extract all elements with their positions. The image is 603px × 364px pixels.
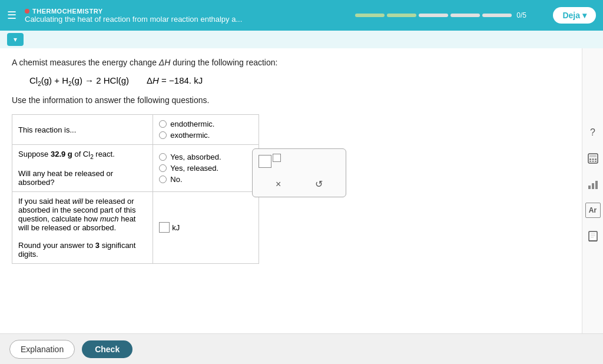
periodic-table-icon[interactable]: Ar — [585, 203, 601, 218]
header-subtitle: Calculating the heat of reaction from mo… — [25, 15, 242, 24]
intro-text: A chemist measures the energy change ΔH … — [12, 58, 591, 67]
chart-icon[interactable] — [585, 177, 601, 192]
radio-no[interactable] — [159, 176, 167, 183]
option-endothermic[interactable]: endothermic. — [159, 120, 253, 128]
bottom-bar: Explanation Check — [0, 333, 603, 364]
progress-seg-5 — [482, 14, 512, 17]
progress-seg-3 — [419, 14, 448, 17]
question-table: This reaction is... endothermic. exother… — [12, 114, 259, 264]
deja-button[interactable]: Deja ▾ — [553, 7, 596, 24]
clear-icon[interactable]: × — [271, 178, 286, 191]
kj-input-row[interactable]: kJ — [159, 222, 253, 233]
float-input-area: × ↺ — [252, 148, 346, 197]
svg-rect-11 — [589, 231, 597, 241]
chevron-down-icon: ▾ — [582, 11, 587, 20]
radio-yes-absorbed[interactable] — [159, 153, 167, 161]
question-1: This reaction is... — [12, 115, 153, 145]
header-subject: THERMOCHEMISTRY — [25, 8, 242, 15]
kj-label: kJ — [172, 223, 180, 232]
collapse-button[interactable]: ▾ — [7, 33, 24, 46]
radio-exothermic[interactable] — [159, 131, 167, 139]
explanation-button[interactable]: Explanation — [9, 340, 75, 359]
progress-seg-4 — [450, 14, 480, 17]
input-superscript-box[interactable] — [273, 154, 281, 162]
check-button[interactable]: Check — [82, 340, 132, 358]
svg-rect-3 — [592, 158, 594, 160]
progress-seg-2 — [387, 14, 416, 17]
progress-seg-1 — [355, 14, 385, 17]
chevron-down-icon: ▾ — [14, 35, 17, 44]
collapse-area: ▾ — [0, 31, 603, 48]
question-2: Suppose 32.9 g of Cl2 react. Will any he… — [12, 145, 153, 192]
calculator-icon[interactable] — [585, 151, 601, 166]
kj-input-box[interactable] — [159, 222, 170, 233]
radio-yes-released[interactable] — [159, 164, 167, 172]
option-exothermic[interactable]: exothermic. — [159, 131, 253, 140]
svg-rect-1 — [589, 155, 597, 157]
input-main-square[interactable] — [259, 155, 271, 168]
help-icon[interactable]: ? — [585, 125, 601, 140]
svg-rect-5 — [589, 161, 591, 162]
float-input-top — [259, 155, 340, 168]
svg-rect-9 — [592, 183, 594, 189]
radio-endothermic[interactable] — [159, 120, 167, 128]
option-yes-absorbed[interactable]: Yes, absorbed. — [159, 153, 253, 161]
table-row: If you said heat will be released or abs… — [12, 191, 259, 263]
progress-bar — [355, 14, 512, 17]
option-no[interactable]: No. — [159, 175, 253, 184]
answer-3: kJ — [153, 191, 259, 263]
svg-rect-6 — [592, 161, 594, 162]
question-3: If you said heat will be released or abs… — [12, 191, 153, 263]
formula-left: Cl2(g) + H2(g) → 2 HCl(g) — [29, 75, 129, 87]
answer-2: Yes, absorbed. Yes, released. No. — [153, 145, 259, 192]
table-row: This reaction is... endothermic. exother… — [12, 115, 259, 145]
use-info-text: Use the information to answer the follow… — [12, 95, 591, 105]
svg-rect-2 — [589, 158, 591, 160]
float-input-actions: × ↺ — [259, 175, 340, 191]
subject-dot — [25, 9, 29, 14]
table-row: Suppose 32.9 g of Cl2 react. Will any he… — [12, 145, 259, 192]
svg-rect-10 — [595, 181, 598, 189]
undo-icon[interactable]: ↺ — [310, 177, 327, 191]
svg-rect-4 — [595, 158, 597, 160]
book-icon[interactable] — [585, 229, 601, 244]
float-input-box: × ↺ — [252, 148, 346, 197]
option-yes-released[interactable]: Yes, released. — [159, 164, 253, 173]
progress-count: 0/5 — [516, 11, 526, 19]
right-sidebar: ? Ar — [582, 48, 603, 364]
header-title-area: THERMOCHEMISTRY Calculating the heat of … — [25, 8, 242, 24]
delta-h: ΔH = −184. kJ — [147, 75, 203, 85]
header: ☰ THERMOCHEMISTRY Calculating the heat o… — [0, 0, 603, 31]
svg-rect-7 — [595, 161, 597, 162]
answer-1: endothermic. exothermic. — [153, 115, 259, 145]
menu-icon[interactable]: ☰ — [7, 9, 16, 22]
main-content: A chemist measures the energy change ΔH … — [0, 48, 603, 343]
svg-rect-8 — [588, 186, 591, 189]
progress-area: 0/5 — [355, 11, 526, 19]
reaction-formula: Cl2(g) + H2(g) → 2 HCl(g) ΔH = −184. kJ — [29, 75, 591, 87]
